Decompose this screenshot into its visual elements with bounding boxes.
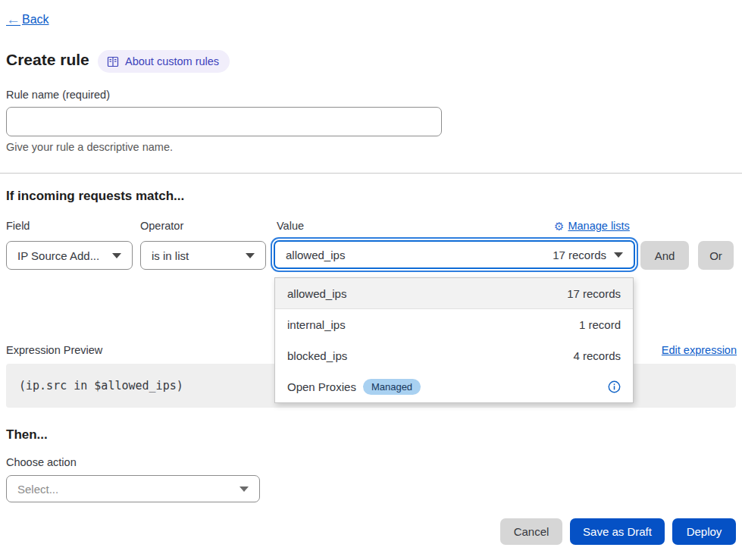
save-as-draft-button[interactable]: Save as Draft xyxy=(570,518,665,545)
and-button[interactable]: And xyxy=(640,241,689,270)
managed-badge: Managed xyxy=(363,379,421,395)
list-item-name: blocked_ips xyxy=(287,349,347,362)
action-select[interactable]: Select... xyxy=(6,475,260,502)
create-rule-page: ←Back Create rule About custom rules Rul… xyxy=(0,0,742,560)
rule-name-helper: Give your rule a descriptive name. xyxy=(6,141,173,153)
about-custom-rules-badge[interactable]: About custom rules xyxy=(98,50,230,73)
manage-lists-link[interactable]: Manage lists xyxy=(568,220,629,232)
chevron-down-icon xyxy=(112,253,121,258)
deploy-button[interactable]: Deploy xyxy=(672,518,736,545)
page-title: Create rule xyxy=(6,51,89,69)
section-divider xyxy=(0,173,742,174)
list-item-name: Open Proxies xyxy=(287,380,356,393)
back-arrow-icon: ← xyxy=(6,12,20,27)
operator-label: Operator xyxy=(140,220,183,232)
cancel-button[interactable]: Cancel xyxy=(500,518,562,545)
action-select-placeholder: Select... xyxy=(17,483,232,496)
about-badge-label: About custom rules xyxy=(125,55,219,67)
field-label: Field xyxy=(6,220,30,232)
or-button[interactable]: Or xyxy=(698,241,734,270)
value-select-meta: 17 records xyxy=(553,249,606,261)
back-label: Back xyxy=(22,13,49,27)
edit-expression-link[interactable]: Edit expression xyxy=(662,344,737,356)
manage-lists: ⚙ Manage lists xyxy=(554,220,630,232)
match-section-heading: If incoming requests match... xyxy=(6,189,184,204)
list-item-open-proxies[interactable]: Open Proxies Managed xyxy=(275,371,633,402)
chevron-down-icon xyxy=(240,486,249,492)
choose-action-label: Choose action xyxy=(6,456,77,468)
list-item-blocked-ips[interactable]: blocked_ips 4 records xyxy=(275,340,633,371)
book-icon xyxy=(107,56,119,67)
field-select[interactable]: IP Source Add... xyxy=(6,241,133,270)
list-item-allowed-ips[interactable]: allowed_ips 17 records xyxy=(275,278,633,309)
list-item-internal-ips[interactable]: internal_ips 1 record xyxy=(275,309,633,340)
list-item-name: allowed_ips xyxy=(287,287,346,300)
chevron-down-icon xyxy=(246,253,255,258)
value-label: Value xyxy=(277,220,304,232)
info-icon[interactable] xyxy=(608,380,621,393)
list-item-records: 17 records xyxy=(567,287,621,300)
value-dropdown-panel: allowed_ips 17 records internal_ips 1 re… xyxy=(274,277,634,403)
rule-name-input[interactable] xyxy=(6,107,442,136)
list-item-records: 1 record xyxy=(579,318,621,331)
operator-select[interactable]: is in list xyxy=(140,241,266,270)
expression-code: (ip.src in $allowed_ips) xyxy=(19,379,183,393)
value-select[interactable]: allowed_ips 17 records xyxy=(274,240,635,269)
list-item-records: 4 records xyxy=(573,349,621,362)
expression-preview-label: Expression Preview xyxy=(6,344,102,356)
field-select-value: IP Source Add... xyxy=(17,249,105,262)
list-item-name: internal_ips xyxy=(287,318,346,331)
value-select-value: allowed_ips xyxy=(286,249,345,261)
rule-name-label: Rule name (required) xyxy=(6,89,110,101)
chevron-down-icon xyxy=(614,252,623,258)
back-link[interactable]: ←Back xyxy=(6,12,49,27)
operator-select-value: is in list xyxy=(152,249,238,262)
gear-icon: ⚙ xyxy=(554,221,564,232)
then-section-heading: Then... xyxy=(6,427,48,443)
